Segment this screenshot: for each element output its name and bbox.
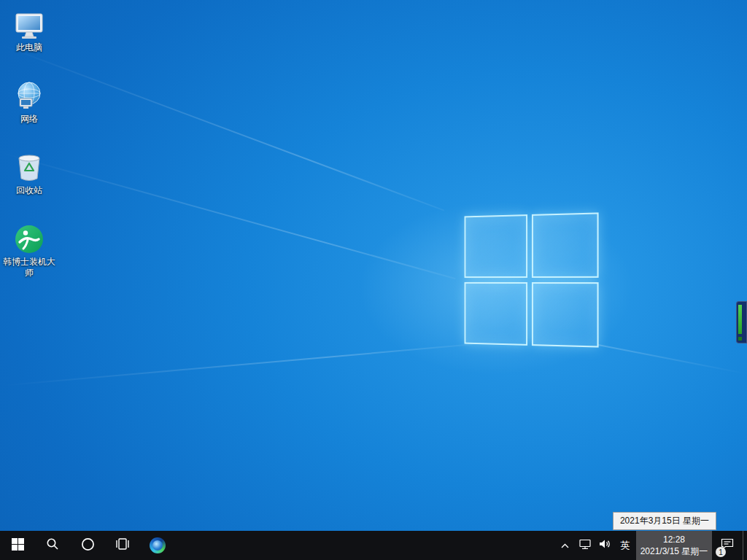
ime-language-button[interactable]: 英 <box>614 531 636 560</box>
edge-volume-slider-notch <box>738 337 742 341</box>
network-icon <box>13 80 45 112</box>
light-beam <box>598 344 746 374</box>
windows-desktop-screen: 此电脑 网络 <box>0 0 747 560</box>
desktop-icon-this-pc[interactable]: 此电脑 <box>1 9 57 53</box>
windows-logo-pane <box>465 214 528 278</box>
desktop-wallpaper: 此电脑 网络 <box>0 0 747 531</box>
start-button[interactable] <box>0 531 35 560</box>
desktop-icon-label: 网络 <box>20 114 38 125</box>
search-icon <box>46 537 59 553</box>
system-tray: 英 12:28 2021/3/15 星期一 1 <box>554 531 747 560</box>
desktop-icon-hanboshi[interactable]: 韩博士装机大师 <box>1 223 57 279</box>
taskbar-left-group <box>0 531 175 560</box>
light-beam <box>0 152 456 279</box>
show-desktop-button[interactable] <box>743 531 747 560</box>
desktop-icon-network[interactable]: 网络 <box>1 80 57 125</box>
clock-time: 12:28 <box>663 534 685 545</box>
notification-count-badge: 1 <box>716 547 726 557</box>
action-center-button[interactable]: 1 <box>712 531 743 560</box>
task-view-button[interactable] <box>105 531 140 560</box>
edge-volume-slider-level <box>738 305 742 334</box>
recycle-bin-icon <box>13 152 45 184</box>
task-view-icon <box>115 538 130 553</box>
desktop-icon-label: 此电脑 <box>16 42 42 53</box>
edge-volume-slider[interactable] <box>736 301 747 343</box>
network-tray-button[interactable] <box>575 531 595 560</box>
taskbar: 英 12:28 2021/3/15 星期一 1 <box>0 531 747 560</box>
desktop-icon-label: 韩博士装机大师 <box>2 257 56 279</box>
search-button[interactable] <box>35 531 70 560</box>
cortana-icon <box>81 537 95 554</box>
windows-logo <box>465 212 599 347</box>
desktop-icon-label: 回收站 <box>16 185 42 196</box>
edge-browser-button[interactable] <box>140 531 175 560</box>
hanboshi-app-icon <box>13 223 45 255</box>
windows-logo-pane <box>532 212 599 278</box>
volume-tray-button[interactable] <box>595 531 614 560</box>
windows-logo-pane <box>465 282 528 346</box>
windows-start-icon <box>12 538 24 553</box>
light-beam <box>0 343 473 386</box>
chevron-up-icon <box>561 539 569 552</box>
desktop-icon-recycle-bin[interactable]: 回收站 <box>1 152 57 196</box>
tray-expand-button[interactable] <box>554 531 575 560</box>
taskbar-clock[interactable]: 12:28 2021/3/15 星期一 <box>636 531 712 560</box>
clock-date: 2021/3/15 星期一 <box>640 545 708 557</box>
network-status-icon <box>579 539 591 553</box>
speaker-icon <box>599 539 611 552</box>
windows-logo-pane <box>532 282 599 348</box>
edge-browser-icon <box>150 537 166 553</box>
this-pc-icon <box>13 9 45 41</box>
cortana-button[interactable] <box>70 531 105 560</box>
clock-date-tooltip: 2021年3月15日 星期一 <box>613 512 716 530</box>
light-beam <box>0 44 444 211</box>
